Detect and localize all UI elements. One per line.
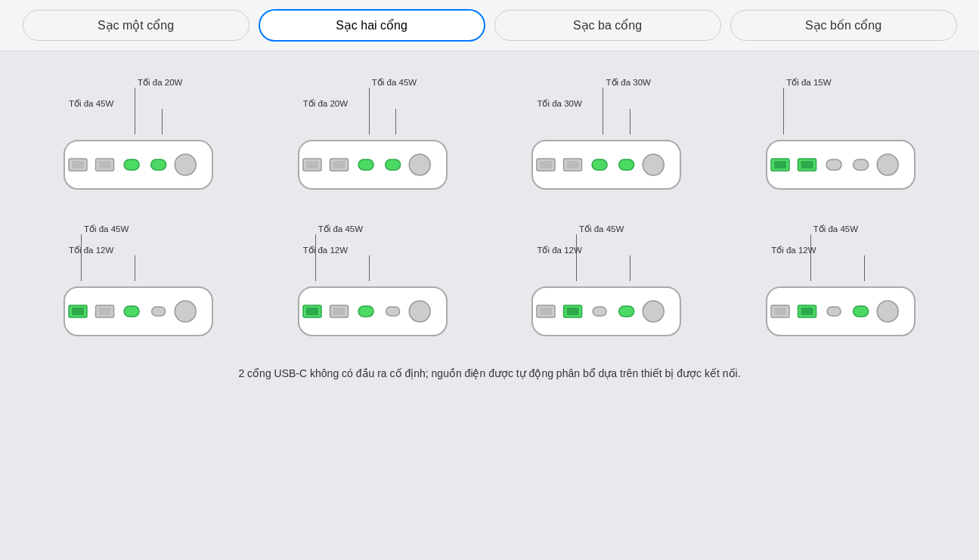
port-label: Tối đa 30W: [537, 98, 581, 109]
svg-rect-22: [619, 159, 634, 170]
svg-rect-21: [592, 159, 607, 170]
charger-item: Tối đa 45WTối đa 12W: [733, 221, 949, 345]
charger-item: Tối đa 30WTối đa 30W: [499, 74, 715, 198]
svg-rect-13: [358, 159, 373, 170]
connector-line: [369, 88, 370, 135]
tab-4-button[interactable]: Sạc bốn cổng: [730, 10, 957, 41]
charger-item: Tối đa 45WTối đa 20W: [265, 74, 481, 198]
port-label: Tối đa 45W: [579, 224, 624, 234]
content-area: Tối đa 20WTối đa 45WTối đa 45WTối đa 20W…: [0, 51, 979, 560]
svg-rect-36: [98, 308, 110, 315]
port-label: Tối đa 30W: [606, 77, 650, 88]
port-label: Tối đa 20W: [303, 98, 348, 109]
svg-rect-42: [306, 308, 318, 315]
svg-point-15: [409, 154, 430, 175]
connector-line: [395, 109, 396, 135]
charger-body: [531, 135, 682, 198]
svg-rect-53: [593, 307, 606, 316]
svg-rect-45: [358, 306, 373, 317]
charger-item: Tối đa 45WTối đa 12W: [30, 221, 246, 345]
connector-line: [81, 234, 82, 281]
svg-rect-60: [801, 308, 813, 315]
port-label: Tối đa 20W: [138, 77, 182, 88]
svg-rect-5: [124, 159, 139, 170]
svg-rect-61: [827, 307, 841, 316]
tab-2-button[interactable]: Sạc hai cổng: [259, 9, 485, 42]
port-label: Tối đa 45W: [69, 98, 113, 109]
charger-body: [765, 135, 916, 198]
svg-rect-37: [124, 306, 139, 317]
svg-rect-4: [98, 161, 110, 169]
svg-rect-14: [385, 159, 400, 170]
svg-rect-26: [774, 161, 786, 169]
port-label: Tối đa 45W: [813, 224, 858, 234]
tab-1-button[interactable]: Sạc một cổng: [23, 10, 249, 41]
svg-point-23: [643, 154, 665, 175]
svg-rect-20: [567, 161, 579, 169]
svg-point-31: [877, 154, 898, 175]
charger-item: Tối đa 20WTối đa 45W: [30, 74, 246, 198]
svg-point-55: [643, 301, 665, 322]
svg-point-39: [175, 301, 196, 322]
connector-line: [576, 234, 577, 281]
svg-rect-34: [72, 308, 84, 315]
tab-bar: Sạc một cổng Sạc hai cổng Sạc ba cổng Sạ…: [0, 0, 979, 51]
svg-point-47: [409, 301, 430, 322]
connector-line: [783, 88, 784, 135]
port-label: Tối đa 45W: [318, 224, 363, 234]
charger-body: [63, 281, 214, 345]
svg-rect-50: [540, 308, 552, 315]
connector-line: [369, 255, 370, 281]
connector-line: [135, 88, 135, 135]
charger-item: Tối đa 15W: [733, 74, 949, 198]
svg-rect-2: [72, 161, 84, 169]
connector-line: [603, 88, 603, 135]
svg-rect-58: [774, 308, 786, 315]
connector-line: [630, 255, 630, 281]
port-label: Tối đa 45W: [372, 77, 417, 88]
tab-3-button[interactable]: Sạc ba cổng: [494, 10, 721, 41]
svg-rect-52: [567, 308, 579, 315]
svg-point-63: [877, 301, 898, 322]
connector-line: [162, 109, 163, 135]
port-label: Tối đa 12W: [537, 245, 581, 255]
port-label: Tối đa 12W: [69, 245, 113, 255]
charger-body: [297, 281, 448, 345]
footnote-text: 2 cổng USB-C không có đầu ra cố định; ng…: [30, 367, 949, 379]
svg-rect-54: [619, 306, 634, 317]
port-label: Tối đa 45W: [84, 224, 129, 234]
charger-body: [297, 135, 448, 198]
connector-line: [315, 234, 316, 281]
svg-rect-6: [151, 159, 166, 170]
charger-body: [765, 281, 916, 345]
charger-body: [63, 135, 214, 198]
connector-line: [630, 109, 630, 135]
charger-grid-row2: Tối đa 45WTối đa 12WTối đa 45WTối đa 12W…: [30, 221, 949, 345]
charger-item: Tối đa 45WTối đa 12W: [499, 221, 715, 345]
connector-line: [810, 234, 811, 281]
svg-rect-28: [801, 161, 813, 169]
svg-rect-12: [333, 161, 345, 169]
charger-grid-row1: Tối đa 20WTối đa 45WTối đa 45WTối đa 20W…: [30, 74, 949, 198]
svg-rect-46: [386, 307, 399, 316]
connector-line: [135, 255, 135, 281]
port-label: Tối đa 15W: [786, 77, 831, 88]
svg-point-7: [175, 154, 196, 175]
svg-rect-38: [152, 307, 166, 316]
svg-rect-44: [333, 308, 345, 315]
charger-body: [531, 281, 682, 345]
svg-rect-18: [540, 161, 552, 169]
svg-rect-29: [826, 159, 841, 170]
port-label: Tối đa 12W: [771, 245, 816, 255]
svg-rect-62: [854, 306, 869, 317]
charger-item: Tối đa 45WTối đa 12W: [265, 221, 481, 345]
connector-line: [864, 255, 865, 281]
svg-rect-30: [854, 159, 869, 170]
port-label: Tối đa 12W: [303, 245, 348, 255]
svg-rect-10: [306, 161, 318, 169]
